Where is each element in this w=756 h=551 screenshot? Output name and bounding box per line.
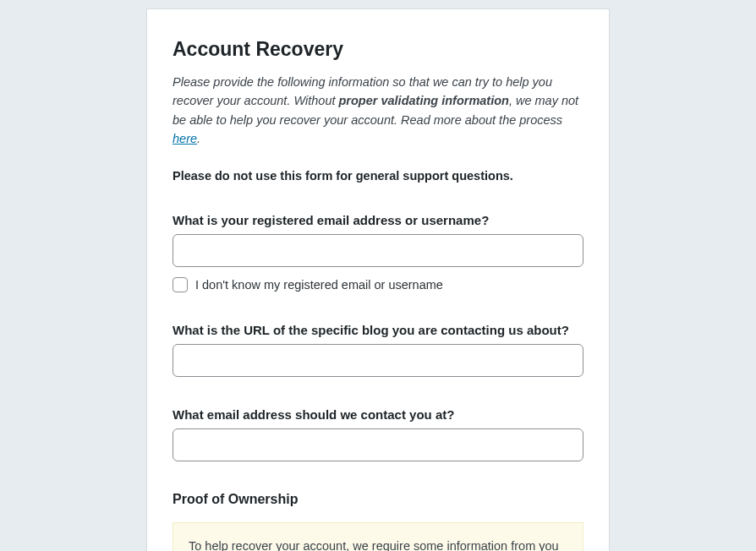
- intro-link[interactable]: here: [173, 132, 197, 145]
- warning-text: Please do not use this form for general …: [173, 169, 583, 183]
- input-blog-url[interactable]: [173, 344, 583, 377]
- form-card: Account Recovery Please provide the foll…: [146, 8, 610, 551]
- field-contact-email: What email address should we contact you…: [173, 407, 583, 461]
- intro-text: Please provide the following information…: [173, 73, 583, 149]
- intro-post: .: [197, 132, 200, 145]
- label-email-or-username: What is your registered email address or…: [173, 213, 583, 227]
- checkbox-row-unknown: I don't know my registered email or user…: [173, 277, 583, 292]
- input-email-or-username[interactable]: [173, 234, 583, 267]
- label-contact-email: What email address should we contact you…: [173, 407, 583, 422]
- input-contact-email[interactable]: [173, 428, 583, 461]
- label-unknown-email[interactable]: I don't know my registered email or user…: [195, 278, 443, 292]
- page-title: Account Recovery: [173, 38, 583, 61]
- intro-bold: proper validating information: [339, 94, 509, 107]
- field-email-or-username: What is your registered email address or…: [173, 213, 583, 292]
- proof-notice: To help recover your account, we require…: [173, 522, 583, 551]
- field-blog-url: What is the URL of the specific blog you…: [173, 323, 583, 377]
- label-blog-url: What is the URL of the specific blog you…: [173, 323, 583, 337]
- proof-heading: Proof of Ownership: [173, 492, 583, 507]
- checkbox-unknown-email[interactable]: [173, 277, 188, 292]
